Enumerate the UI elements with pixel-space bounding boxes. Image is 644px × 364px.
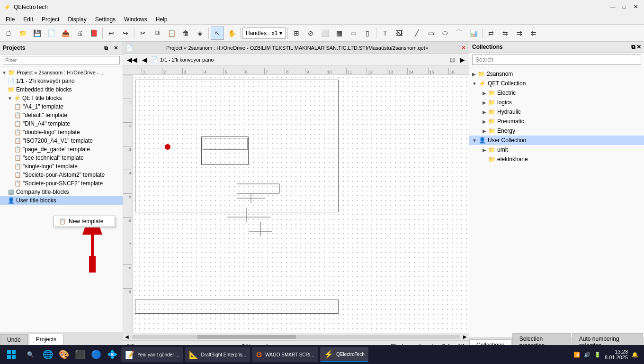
tab-undo[interactable]: Undo [0,334,28,345]
undo-button[interactable]: ↩ [105,27,118,40]
rtree-item-qet-collection[interactable]: ▼ ⚡ QET Collection [469,79,644,88]
filter-box[interactable] [0,55,123,66]
hand-button[interactable]: ✋ [225,27,238,40]
filter-input[interactable] [3,56,120,64]
projects-panel-restore[interactable]: ⧉ [102,44,110,52]
ellipse-btn[interactable]: ⬭ [438,27,452,40]
arrow2-btn[interactable]: ⇆ [499,27,512,40]
tree-item-a4-1[interactable]: 📋 "A4_1" template [0,102,123,111]
tree-item-embedded[interactable]: 📁 Embedded title blocks [0,85,123,94]
handles-dropdown-icon[interactable]: ▾ [279,30,282,36]
taskbar-yeni-yanit[interactable]: 📝 Yeni yanıt gönder ... [121,347,183,362]
menu-edit[interactable]: Edit [19,15,37,24]
scroll-horizontal[interactable]: ◀ ▶ [123,333,469,340]
page-next-button[interactable]: ▶ [458,56,467,64]
arrow4-btn[interactable]: ⇇ [527,27,540,40]
context-menu-new-template[interactable]: 📋 New template [54,216,115,227]
tree-item-see-technical[interactable]: 📋 "see-technical" template [0,154,123,162]
tree-item-page-de-garde[interactable]: 📋 "page_de_garde" template [0,145,123,154]
scroll-left-button[interactable]: ◀ [123,334,131,339]
menu-project[interactable]: Project [38,15,63,24]
rtree-item-umit[interactable]: ▶ 📁 umit [469,145,644,155]
clock[interactable]: 13:28 8.01.2025 [605,349,628,360]
noprint-button[interactable]: ⊘ [304,27,317,40]
taskbar-edge-like[interactable]: 🔵 [89,347,103,362]
taskbar-search-button[interactable]: 🔍 [22,346,39,363]
tree-item-iso7200[interactable]: 📋 "ISO7200_A4_V1" template [0,136,123,145]
tree-item-folio[interactable]: 📄 1/1 - 2'li konveyör pano [0,77,123,85]
taskbar-colorful[interactable]: 🎨 [57,347,71,362]
minimize-button[interactable]: — [608,2,617,12]
rtree-item-energy[interactable]: ▶ 📁 Energy [469,126,644,136]
scroll-thumb[interactable] [197,335,296,339]
arrow1-btn[interactable]: ⇄ [484,27,498,40]
rtree-item-logics[interactable]: ▶ 📁 logics [469,98,644,107]
rect-btn[interactable]: ▭ [424,27,438,40]
menu-help[interactable]: Help [152,15,171,24]
tree-item-societe-sncf2[interactable]: 📋 "Societe-pour-SNCF2" template [0,179,123,188]
menu-settings[interactable]: Settings [91,15,119,24]
redo-button[interactable]: ↪ [119,27,132,40]
taskbar-cortana[interactable]: 🌐 [41,347,55,362]
print-button[interactable]: 🖨 [73,27,86,40]
taskbar-wago[interactable]: ⚙ WAGO SMART SCRI... [252,347,318,362]
page-prev-button[interactable]: ◀ [140,56,149,64]
arrow3-btn[interactable]: ⇉ [513,27,526,40]
select-row-button[interactable]: ▭ [347,27,360,40]
save-button[interactable]: 💾 [30,27,44,40]
title-btn[interactable]: T [378,27,392,40]
scroll-track[interactable] [132,335,460,339]
prop-button[interactable]: ◈ [193,27,206,40]
taskbar-red-app[interactable]: ⬛ [73,347,87,362]
tree-item-project[interactable]: ▼ 📁 Project « 2sansnom : H:/OneDrive - .… [0,68,123,77]
tree-item-user-titles[interactable]: 👤 User title blocks [0,196,123,205]
tree-item-double-logo[interactable]: 📋 "double-logo" template [0,128,123,136]
collections-search-input[interactable] [472,55,641,65]
select-button[interactable]: ↖ [211,27,224,40]
tree-item-societe-alstom2[interactable]: 📋 "Societe-pour-Alstom2" template [0,171,123,179]
tree-item-qet-titles[interactable]: ▼ ⚡ QET title blocks [0,94,123,102]
export-button[interactable]: 📤 [59,27,72,40]
taskbar-qelectrotech[interactable]: ⚡ QElectroTech [320,347,368,362]
taskbar-start-button[interactable] [3,346,20,363]
drawing-area[interactable]: 1 2 3 4 5 6 7 8 9 10 11 12 13 14 15 16 [123,65,469,340]
delete-button[interactable]: 🗑 [179,27,192,40]
collections-restore-button[interactable]: ⧉ [631,44,635,50]
collections-search-box[interactable] [469,53,644,67]
cut-button[interactable]: ✂ [136,27,150,40]
close-button[interactable]: ✕ [631,2,640,12]
line-btn[interactable]: ╱ [410,27,423,40]
open-button[interactable]: 📁 [16,27,29,40]
paste-button[interactable]: 📋 [165,27,178,40]
page-first-button[interactable]: ◀◀ [125,56,139,64]
taskbar-draftsight[interactable]: 📐 DraftSight Enterpris... [185,347,250,362]
taskbar-notification-icon[interactable]: 🔔 [632,352,638,358]
rtree-item-electric[interactable]: ▶ 📁 Electric [469,88,644,98]
tree-item-company[interactable]: 🏢 Company title-blocks [0,188,123,196]
tree-item-din-a4[interactable]: 📋 "DIN_A4" template [0,119,123,128]
rtree-item-pneumatic[interactable]: ▶ 📁 Pneumatic [469,117,644,126]
drawing-close-button[interactable]: ✕ [461,45,466,51]
rtree-item-user-collection[interactable]: ▼ 👤 User Collection [469,136,644,145]
new-button[interactable]: 🗋 [2,27,15,40]
select-all-button[interactable]: ⬜ [318,27,331,40]
tab-projects[interactable]: Projects [29,334,63,345]
menu-windows[interactable]: Windows [120,15,151,24]
menu-file[interactable]: File [2,15,18,24]
projects-panel-close[interactable]: ✕ [111,44,120,52]
rtree-item-2sansnom[interactable]: ▶ 📁 2sansnom [469,69,644,79]
image-btn[interactable]: 🖼 [393,27,406,40]
grid-button[interactable]: ⊞ [290,27,303,40]
taskbar-blue-circle[interactable]: 💠 [105,347,119,362]
scroll-right-button[interactable]: ▶ [461,334,469,339]
maximize-button[interactable]: □ [619,2,629,12]
tree-item-single-logo[interactable]: 📋 "single-logo" template [0,162,123,171]
poly-btn[interactable]: ⌒ [453,27,466,40]
collections-close-button[interactable]: ✕ [636,44,641,50]
rtree-item-elektrikhane[interactable]: 📁 elektrikhane [469,155,644,164]
copy-button[interactable]: ⧉ [151,27,164,40]
rtree-item-hydraulic[interactable]: ▶ 📁 Hydraulic [469,107,644,117]
handles-value[interactable]: x1 [272,30,278,36]
chart-btn[interactable]: 📊 [467,27,480,40]
tree-item-default[interactable]: 📋 "default" template [0,111,123,119]
